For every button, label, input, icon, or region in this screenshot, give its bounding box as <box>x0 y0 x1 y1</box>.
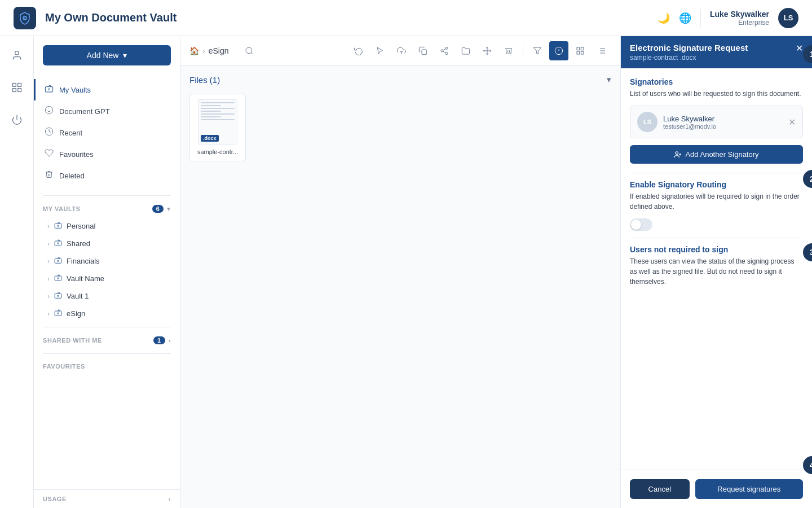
vaults-count-badge: 6 <box>152 205 164 213</box>
vault-item-vault-1[interactable]: › Vault 1 <box>34 287 180 305</box>
svg-line-31 <box>443 51 446 53</box>
sidebar-item-my-vaults[interactable]: My Vaults <box>34 79 180 100</box>
svg-rect-6 <box>17 89 21 92</box>
tour-badge-3: 3 <box>803 243 812 261</box>
vault-item-personal[interactable]: › Personal <box>34 217 180 235</box>
vault-label: Vault 1 <box>67 292 89 300</box>
vault-item-financials[interactable]: › Financials <box>34 252 180 270</box>
list-view-button[interactable] <box>592 41 611 60</box>
vault-label: eSign <box>67 309 85 318</box>
move-button[interactable] <box>478 41 497 60</box>
sidebar-item-label: Favourites <box>59 150 94 159</box>
svg-point-30 <box>445 52 448 54</box>
expand-icon: › <box>47 310 50 318</box>
svg-point-20 <box>58 278 59 279</box>
vault-item-vault-name[interactable]: › Vault Name <box>34 270 180 287</box>
request-signatures-button[interactable]: Request signatures <box>695 479 803 499</box>
my-vaults-section-header[interactable]: MY VAULTS 6 ▾ <box>34 200 180 217</box>
home-icon[interactable]: 🏠 <box>189 46 199 55</box>
left-rail <box>0 36 34 508</box>
signatory-email: testuser1@modv.io <box>663 123 783 130</box>
info-button[interactable] <box>549 41 568 60</box>
svg-point-49 <box>676 151 678 154</box>
shared-count-badge: 1 <box>153 336 165 344</box>
svg-rect-19 <box>55 276 61 281</box>
tour-badge-2: 2 <box>803 170 812 188</box>
vault-item-shared[interactable]: › Shared <box>34 235 180 252</box>
svg-point-24 <box>58 313 59 314</box>
svg-marker-35 <box>533 47 541 54</box>
panel-subtitle: sample-contract .docx <box>630 54 748 62</box>
panel-title: Electronic Signature Request <box>630 43 748 52</box>
panel-close-button[interactable]: ✕ <box>796 43 803 54</box>
language-icon[interactable]: 🌐 <box>679 12 691 24</box>
sidebar-item-favourites[interactable]: Favourites <box>34 143 180 165</box>
chevron-down-icon: ▾ <box>167 205 171 213</box>
sidebar-item-label: Deleted <box>59 172 85 180</box>
vault-label: Financials <box>67 257 100 265</box>
vault-label: Shared <box>67 239 90 248</box>
sidebar-item-recent[interactable]: Recent <box>34 122 180 143</box>
viewers-title: Users not required to sign <box>630 245 803 254</box>
chevron-right-icon: › <box>169 337 171 344</box>
sidebar-item-label: My Vaults <box>59 86 91 94</box>
copy-button[interactable] <box>413 41 433 60</box>
sidebar-item-label: Recent <box>59 129 82 137</box>
share-button[interactable] <box>435 41 454 60</box>
svg-point-22 <box>58 295 59 296</box>
sidebar-item-document-gpt[interactable]: Document GPT <box>34 100 180 122</box>
delete-button[interactable] <box>499 41 518 60</box>
svg-rect-39 <box>577 47 580 50</box>
filter-button[interactable] <box>528 41 547 60</box>
expand-icon: › <box>47 292 50 300</box>
user-name: Luke Skywalker <box>710 10 769 19</box>
sidebar-item-deleted[interactable]: Deleted <box>34 165 180 186</box>
grid-icon[interactable] <box>7 77 27 100</box>
collapse-icon[interactable]: ▾ <box>607 75 611 85</box>
remove-signatory-button[interactable]: ✕ <box>788 117 796 128</box>
svg-point-14 <box>58 225 59 226</box>
svg-rect-23 <box>55 311 61 316</box>
search-button[interactable] <box>240 41 259 60</box>
dark-mode-icon[interactable]: 🌙 <box>657 12 670 24</box>
vault-lock-icon <box>54 256 62 266</box>
usage-section[interactable]: USAGE › <box>34 489 180 508</box>
top-header: My Own Document Vault 🌙 🌐 Luke Skywalker… <box>0 0 812 36</box>
svg-point-9 <box>48 89 50 90</box>
svg-line-32 <box>443 49 446 50</box>
routing-description: If enabled signatories will be required … <box>630 191 803 212</box>
add-signatory-button[interactable]: Add Another Signatory <box>630 145 803 164</box>
avatar[interactable]: LS <box>778 8 798 28</box>
trash-icon <box>45 170 54 181</box>
signatory-name: Luke Skywalker <box>663 115 783 123</box>
cancel-button[interactable]: Cancel <box>630 479 690 499</box>
undo-button[interactable] <box>349 41 368 60</box>
breadcrumb-separator: › <box>202 46 205 55</box>
shared-with-me-section-header[interactable]: SHARED WITH ME 1 › <box>34 332 180 349</box>
signatories-description: List of users who will be requested to s… <box>630 89 803 99</box>
breadcrumb-current: eSign <box>209 46 229 55</box>
svg-rect-5 <box>12 89 16 92</box>
svg-rect-27 <box>422 50 427 55</box>
svg-rect-15 <box>55 241 61 246</box>
upload-button[interactable] <box>392 41 411 60</box>
user-plan: Enterprise <box>738 19 769 27</box>
file-card[interactable]: .docx sample-contr... <box>189 94 246 161</box>
heart-icon <box>45 148 54 160</box>
routing-toggle[interactable] <box>630 218 652 231</box>
favourites-section-header: FAVOURITES <box>34 358 180 374</box>
right-panel: 1 Electronic Signature Request sample-co… <box>620 36 812 508</box>
grid-view-button[interactable] <box>571 41 590 60</box>
add-new-button[interactable]: Add New ▾ <box>43 45 171 65</box>
vault-item-esign[interactable]: › eSign <box>34 305 180 322</box>
svg-point-2 <box>15 51 19 55</box>
select-button[interactable] <box>370 41 390 60</box>
logo <box>14 7 36 29</box>
power-icon[interactable] <box>7 110 27 133</box>
routing-title: Enable Signatory Routing <box>630 180 803 189</box>
vault-lock-icon <box>54 309 62 318</box>
expand-icon: › <box>47 240 50 248</box>
folder-button[interactable] <box>456 41 475 60</box>
vault-lock-icon <box>54 221 62 231</box>
user-icon[interactable] <box>7 45 27 68</box>
